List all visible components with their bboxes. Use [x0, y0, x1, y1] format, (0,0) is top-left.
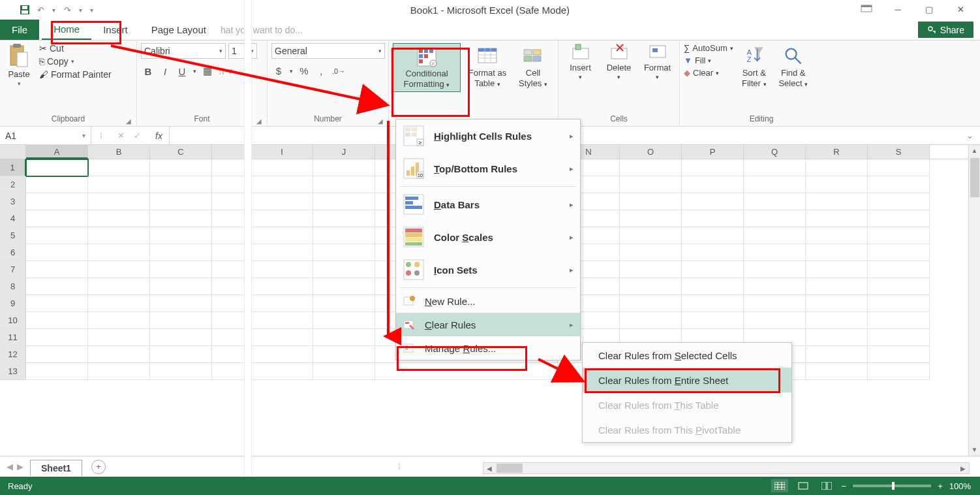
- cell[interactable]: [744, 244, 806, 261]
- cell[interactable]: [26, 244, 88, 261]
- tab-page-layout[interactable]: Page Layout: [140, 20, 218, 40]
- cell[interactable]: [868, 363, 930, 380]
- format-painter-button[interactable]: 🖌Format Painter: [39, 69, 112, 80]
- row-header[interactable]: 4: [0, 210, 26, 227]
- cell[interactable]: [26, 312, 88, 329]
- font-name-combo[interactable]: Calibri▾: [141, 43, 226, 59]
- cell[interactable]: [868, 227, 930, 244]
- cell[interactable]: [26, 346, 88, 363]
- cell[interactable]: [26, 210, 88, 227]
- horizontal-scrollbar[interactable]: ◀▶: [483, 462, 970, 474]
- clear-button[interactable]: ◆Clear ▾: [684, 68, 733, 78]
- cell[interactable]: [251, 159, 313, 176]
- cell[interactable]: [251, 295, 313, 312]
- cell[interactable]: [88, 329, 150, 346]
- cell[interactable]: [806, 210, 868, 227]
- cell[interactable]: [313, 244, 375, 261]
- cell[interactable]: [251, 346, 313, 363]
- cell[interactable]: [806, 329, 868, 346]
- col-header[interactable]: R: [806, 145, 868, 159]
- tab-home[interactable]: Home: [42, 20, 91, 40]
- cell[interactable]: [150, 244, 212, 261]
- cell[interactable]: [620, 244, 682, 261]
- cell[interactable]: [806, 227, 868, 244]
- cell[interactable]: [868, 329, 930, 346]
- cell[interactable]: [88, 295, 150, 312]
- cell[interactable]: [620, 312, 682, 329]
- cell[interactable]: [313, 312, 375, 329]
- number-format-combo[interactable]: General▾: [271, 43, 385, 59]
- cell[interactable]: [375, 363, 558, 380]
- maximize-icon[interactable]: ▢: [920, 3, 938, 16]
- menu-color-scales[interactable]: Color Scales▸: [396, 221, 580, 253]
- row-header[interactable]: 11: [0, 329, 26, 346]
- close-icon[interactable]: ✕: [951, 3, 970, 16]
- redo-icon[interactable]: ↷: [62, 5, 72, 15]
- copy-button[interactable]: ⎘Copy ▾: [39, 56, 112, 67]
- cell[interactable]: [744, 159, 806, 176]
- cell[interactable]: [806, 193, 868, 210]
- italic-button[interactable]: I: [159, 66, 171, 77]
- cell[interactable]: [251, 261, 313, 278]
- cell[interactable]: [88, 193, 150, 210]
- col-header[interactable]: P: [682, 145, 744, 159]
- cell[interactable]: [313, 278, 375, 295]
- cell[interactable]: [868, 244, 930, 261]
- cell[interactable]: [313, 346, 375, 363]
- cell[interactable]: [744, 295, 806, 312]
- cell[interactable]: [88, 244, 150, 261]
- cell[interactable]: [88, 261, 150, 278]
- zoom-in-button[interactable]: +: [938, 481, 943, 491]
- cell[interactable]: [806, 159, 868, 176]
- menu-clear-rules[interactable]: Clear Rules▸: [396, 313, 580, 336]
- cell[interactable]: [744, 312, 806, 329]
- cell[interactable]: [26, 295, 88, 312]
- increase-decimal-button[interactable]: .0→: [332, 67, 345, 75]
- cell[interactable]: [868, 176, 930, 193]
- cell[interactable]: [744, 227, 806, 244]
- cell[interactable]: [868, 295, 930, 312]
- tab-insert[interactable]: Insert: [91, 20, 140, 40]
- clipboard-launcher-icon[interactable]: ◢: [126, 118, 131, 125]
- ribbon-options-icon[interactable]: [857, 3, 876, 16]
- cell[interactable]: [251, 210, 313, 227]
- normal-view-icon[interactable]: [771, 479, 788, 492]
- cell[interactable]: [682, 227, 744, 244]
- cell[interactable]: [806, 278, 868, 295]
- fill-button[interactable]: ▼Fill ▾: [684, 56, 733, 65]
- tab-file[interactable]: File: [0, 20, 39, 40]
- row-header[interactable]: 2: [0, 176, 26, 193]
- qat-customize-icon[interactable]: ▾: [89, 7, 95, 14]
- cell[interactable]: [251, 278, 313, 295]
- name-box[interactable]: A1: [0, 131, 77, 141]
- cell[interactable]: [313, 261, 375, 278]
- cell[interactable]: [150, 363, 212, 380]
- cell[interactable]: [26, 329, 88, 346]
- menu-highlight-cells-rules[interactable]: ≥ Highlight Cells Rules▸: [396, 120, 580, 152]
- cell[interactable]: [251, 244, 313, 261]
- menu-top-bottom-rules[interactable]: 10 Top/Bottom Rules▸: [396, 152, 580, 185]
- zoom-out-button[interactable]: −: [842, 481, 847, 491]
- cell[interactable]: [313, 227, 375, 244]
- comma-button[interactable]: ,: [315, 65, 327, 76]
- row-header[interactable]: 6: [0, 244, 26, 261]
- font-launcher-icon[interactable]: ◢: [256, 118, 262, 125]
- cell[interactable]: [620, 227, 682, 244]
- cell[interactable]: [150, 227, 212, 244]
- bold-button[interactable]: B: [142, 66, 154, 77]
- cell[interactable]: [313, 159, 375, 176]
- cell[interactable]: [251, 312, 313, 329]
- row-header[interactable]: 9: [0, 295, 26, 312]
- cell[interactable]: [682, 261, 744, 278]
- cell[interactable]: [150, 278, 212, 295]
- cell[interactable]: [150, 193, 212, 210]
- cell[interactable]: [620, 295, 682, 312]
- menu-manage-rules[interactable]: Manage Rules...: [396, 336, 580, 360]
- cell[interactable]: [251, 363, 313, 380]
- col-header[interactable]: A: [26, 145, 88, 159]
- share-button[interactable]: Share: [918, 22, 973, 38]
- cell[interactable]: [26, 193, 88, 210]
- cell[interactable]: [682, 193, 744, 210]
- tell-me-input[interactable]: hat you want to do...: [218, 20, 303, 40]
- save-icon[interactable]: [20, 5, 30, 15]
